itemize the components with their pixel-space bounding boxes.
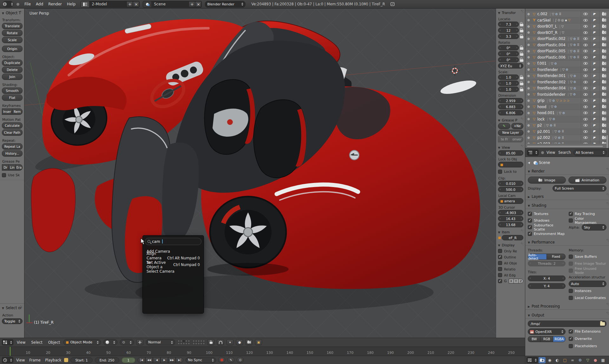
outliner-row[interactable]: ⊕ ▽ doorPlastic.005 | ▽⚙⠿ ◤ — [525, 48, 609, 55]
visibility-eye-icon[interactable] — [583, 68, 588, 71]
visibility-eye-icon[interactable] — [583, 56, 588, 59]
outliner-row[interactable]: ⊕ ▽ lock | ▽⚙ ◤ — [525, 116, 609, 123]
outliner-row[interactable]: ⊕ ▽ doorBOT_R | ▽ ◤ — [525, 30, 609, 36]
expand-icon[interactable]: ⊕ — [527, 117, 532, 121]
expand-icon[interactable]: ⊕ — [527, 105, 532, 108]
layers-grid-b[interactable] — [193, 340, 205, 345]
keying-options-button[interactable]: ⊙ — [237, 357, 244, 363]
display-checkbox[interactable] — [498, 255, 502, 259]
selectability-cursor-icon[interactable]: ◤ — [593, 111, 596, 115]
visibility-eye-icon[interactable] — [583, 25, 588, 28]
outliner-row[interactable]: ⊕ ▽ frontsidefender | ▽⚙ ◤ — [525, 92, 609, 98]
lock-layers-button[interactable] — [207, 339, 214, 345]
visibility-eye-icon[interactable] — [583, 99, 588, 102]
dimension-value-field[interactable]: ‹6.883› — [498, 104, 523, 109]
outliner-row[interactable]: ⊕ ▽ frontfender.002 | ▽⚙ ◤ — [525, 79, 609, 86]
outliner-row[interactable]: ⊕ ▽ p2.001 | ▽⚙⠿ ◤ — [525, 129, 609, 135]
expand-icon[interactable]: ⊕ — [527, 31, 532, 34]
play-button[interactable]: ▶ — [160, 357, 168, 363]
info-button[interactable]: i — [3, 1, 13, 7]
outliner-row[interactable]: ⊕ ▽ frontfender | ▽⚙ ◤ — [525, 67, 609, 73]
channel-bw-button[interactable]: BW — [528, 336, 540, 342]
lock-icon[interactable] — [520, 89, 523, 91]
end-frame-field[interactable]: End: 250 — [95, 357, 119, 363]
grease-pencil-button[interactable]: Era — [16, 164, 23, 171]
renderability-camera-icon[interactable] — [602, 31, 606, 34]
object-name[interactable]: hood — [537, 105, 547, 109]
close-layout-button[interactable]: × — [133, 1, 139, 7]
expand-icon[interactable]: ⊕ — [527, 18, 532, 22]
expand-icon[interactable]: ⊕ — [527, 130, 532, 133]
selectability-cursor-icon[interactable]: ◤ — [593, 142, 596, 144]
visibility-eye-icon[interactable] — [583, 118, 588, 121]
visibility-eye-icon[interactable] — [583, 49, 588, 53]
shading-checkbox[interactable] — [528, 218, 532, 223]
location-value-field[interactable]: ‹7.3› — [498, 22, 519, 27]
selectability-cursor-icon[interactable]: ◤ — [593, 93, 596, 96]
grease-pencil-button[interactable]: Dr — [2, 164, 9, 171]
display-checkbox[interactable] — [498, 273, 502, 277]
object-name[interactable]: doorPlastic.004 — [537, 43, 566, 47]
tab-material[interactable]: ● — [592, 357, 599, 363]
topbar-menu-item[interactable]: Help — [65, 2, 77, 6]
object-name[interactable]: doorPlastic.002 — [537, 36, 566, 41]
visibility-eye-icon[interactable] — [583, 31, 588, 34]
add-scene-button[interactable]: + — [189, 1, 195, 7]
display-checkbox[interactable] — [498, 249, 502, 253]
view-panel-header[interactable]: View — [498, 145, 523, 150]
expand-icon[interactable]: ⊕ — [527, 49, 532, 53]
lock-to-cursor-checkbox[interactable] — [498, 170, 502, 174]
object-name[interactable]: doorBOT_R — [537, 30, 558, 35]
expand-icon[interactable]: ⊕ — [527, 93, 532, 96]
grid-checkbox[interactable] — [498, 279, 502, 283]
pin-icon[interactable] — [528, 161, 532, 165]
tab-constraints[interactable]: ∞ — [569, 357, 576, 363]
window-icon[interactable] — [390, 1, 396, 7]
selectability-cursor-icon[interactable]: ◤ — [593, 117, 596, 121]
outliner-row[interactable]: ⊕ ▽ doorPlastic.006 | ▽⚙⠿ ◤ — [525, 55, 609, 61]
renderability-camera-icon[interactable] — [602, 136, 606, 139]
selectability-cursor-icon[interactable]: ◤ — [593, 68, 596, 72]
renderability-camera-icon[interactable] — [602, 112, 606, 114]
transform-panel-header[interactable]: Transfor — [498, 10, 523, 16]
playhead[interactable] — [10, 347, 10, 356]
grease-draw-button[interactable]: ✎ — [498, 123, 510, 129]
lens-value-field[interactable]: ‹85.00› — [498, 150, 523, 156]
tab-object-data[interactable]: ▽ — [584, 357, 591, 363]
mode-select[interactable]: ■ Object Mode — [63, 339, 101, 345]
shading-checkbox[interactable] — [569, 212, 573, 216]
object-name[interactable]: grip — [537, 98, 545, 103]
renderability-camera-icon[interactable] — [602, 130, 606, 133]
expand-icon[interactable]: ⊕ — [527, 25, 532, 28]
display-checkbox[interactable] — [498, 267, 502, 271]
selectability-cursor-icon[interactable]: ◤ — [593, 86, 596, 90]
item-name-field[interactable]: eF_R — [502, 235, 523, 240]
visibility-eye-icon[interactable] — [583, 105, 588, 108]
outliner-row[interactable]: ⊕ ▽ hood.001 | ▽⚙ ◤ — [525, 110, 609, 116]
topbar-menu-item[interactable]: Render — [46, 2, 64, 6]
channel-rgba-button[interactable]: RGBA — [553, 336, 566, 342]
auto-keyframe-button[interactable] — [218, 357, 225, 363]
dimension-value-field[interactable]: ‹6.806› — [498, 110, 523, 115]
selectability-cursor-icon[interactable]: ◤ — [593, 130, 596, 133]
tile-x-slider[interactable]: ‹X: 4› — [528, 276, 566, 281]
object-name[interactable]: c.002 — [537, 12, 547, 16]
jump-to-end-button[interactable]: ▶| — [176, 357, 183, 363]
selectability-cursor-icon[interactable]: ◤ — [593, 105, 596, 109]
render-engine-select[interactable]: Blender Render — [205, 1, 246, 8]
selectability-cursor-icon[interactable]: ◤ — [593, 99, 596, 102]
selectability-cursor-icon[interactable]: ◤ — [593, 74, 596, 78]
outliner-row[interactable]: ⊕ ▽ frontfender.004 | ▽⚙ ◤ — [525, 85, 609, 92]
outliner-row[interactable]: ⊕ ▽ hood | ▽⚙ ◤ — [525, 104, 609, 110]
object-name[interactable]: doorPlastic.005 — [537, 49, 566, 53]
location-value-field[interactable]: ‹12› — [498, 28, 519, 33]
outliner-row[interactable]: ⊕ ▽ grip | ▽⚙▽⊃⊃⊃ ◤ — [525, 98, 609, 104]
editor-type-button[interactable] — [2, 357, 13, 363]
next-keyframe-button[interactable]: ▶▶ — [168, 357, 176, 363]
motion-path-button[interactable]: Calculate — [2, 122, 23, 129]
shading-checkbox[interactable] — [569, 218, 573, 223]
renderability-camera-icon[interactable] — [602, 68, 606, 71]
action-select[interactable]: Toggle — [2, 318, 23, 324]
object-name[interactable]: carSkel — [537, 18, 551, 23]
expand-icon[interactable]: ⊕ — [527, 55, 532, 59]
